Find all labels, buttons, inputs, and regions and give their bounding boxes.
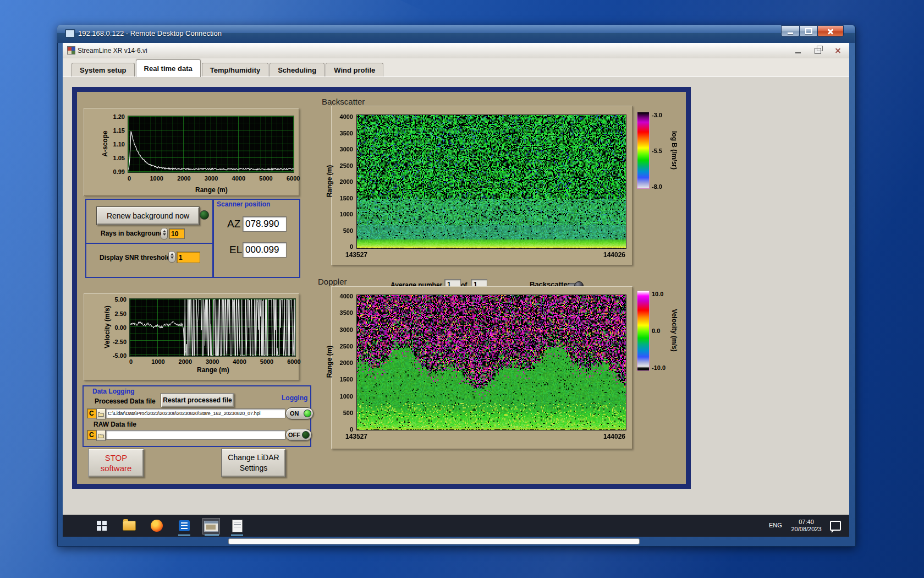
doppler-colorbar-tick: 10.0 xyxy=(652,291,663,297)
processed-data-file-label: Processed Data file xyxy=(95,397,156,405)
remote-app-button[interactable] xyxy=(202,518,220,535)
change-lidar-settings-button[interactable]: Change LiDAR Settings xyxy=(221,449,286,477)
processed-folder-browse-button[interactable] xyxy=(96,408,106,419)
close-button[interactable] xyxy=(817,25,844,37)
ascope-y-tick: 1.10 xyxy=(113,141,125,148)
ascope-x-tick: 2000 xyxy=(177,175,190,182)
backscatter-colorbar-tick: -5.5 xyxy=(652,148,662,154)
ascope-y-tick: 0.99 xyxy=(113,168,125,175)
start-icon xyxy=(97,521,107,531)
logging-label: Logging xyxy=(282,394,307,402)
ascope-x-tick: 0 xyxy=(128,175,131,182)
folder-icon xyxy=(98,412,104,417)
app-close-button[interactable] xyxy=(829,46,846,56)
rays-value-field[interactable]: 10 xyxy=(169,228,185,239)
file-explorer-button[interactable] xyxy=(122,518,136,533)
stop-software-button[interactable]: STOP software xyxy=(88,449,144,477)
snr-spinner[interactable] xyxy=(168,251,175,263)
ascope-x-tick: 5000 xyxy=(259,175,272,182)
velocity-x-tick: 0 xyxy=(129,358,133,365)
restart-processed-file-button[interactable]: Restart processed file xyxy=(161,393,234,407)
velocity-y-tick: -5.00 xyxy=(113,352,127,359)
renew-background-led xyxy=(200,210,209,220)
language-indicator[interactable]: ENG xyxy=(769,522,782,528)
change-label-line2: Settings xyxy=(240,463,268,473)
tab-temp-humidity[interactable]: Temp/humidity xyxy=(202,63,268,77)
clock-time: 07:40 xyxy=(789,519,824,526)
horizontal-scrollbar-thumb[interactable] xyxy=(228,538,640,544)
processed-path-field[interactable]: C:\Lidar\Data\Proc\2023\202308\20230820\… xyxy=(106,408,285,418)
rdp-window-title: 192.168.0.122 - Remote Desktop Connectio… xyxy=(78,29,222,37)
blue-lines-app-button[interactable] xyxy=(177,518,191,533)
start-button[interactable] xyxy=(95,518,109,533)
doppler-colorbar-title: Velocity (m/s) xyxy=(670,309,678,351)
tab-wind-profile[interactable]: Wind profile xyxy=(326,63,383,77)
backscatter-time-end: 144026 xyxy=(603,251,625,259)
minimize-button[interactable] xyxy=(781,25,800,37)
raw-folder-browse-button[interactable] xyxy=(96,430,106,441)
app-restore-button[interactable] xyxy=(810,46,826,56)
app-window-title: StreamLine XR v14-6.vi xyxy=(78,47,147,54)
app-title-bar[interactable] xyxy=(63,43,849,59)
doppler-y-tick: 2000 xyxy=(340,359,353,366)
ascope-y-axis-title: A-scope xyxy=(101,130,109,156)
rays-spinner[interactable] xyxy=(161,228,168,239)
doppler-y-axis-title: Range (m) xyxy=(326,346,333,378)
backscatter-colorbar-tick: -8.0 xyxy=(652,183,662,190)
remote-app-icon xyxy=(204,521,218,532)
raw-logging-off-button[interactable]: OFF xyxy=(285,429,312,441)
app-minimize-button[interactable] xyxy=(790,46,806,56)
document-app-button[interactable] xyxy=(230,518,244,533)
folder-icon xyxy=(98,433,104,438)
backscatter-y-tick: 3500 xyxy=(340,130,353,137)
velocity-x-tick: 3000 xyxy=(206,358,219,365)
velocity-x-tick: 1000 xyxy=(151,358,164,365)
el-label: EL xyxy=(229,244,242,256)
ascope-x-tick: 6000 xyxy=(287,175,300,182)
az-value-field[interactable]: 078.990 xyxy=(243,216,287,232)
open-app-indicator xyxy=(205,535,219,536)
taskbar-clock[interactable]: 07:40 20/08/2023 xyxy=(789,519,824,533)
scanner-position-title: Scanner position xyxy=(217,200,270,208)
doppler-time-end: 144026 xyxy=(603,433,625,440)
backscatter-colorbar-tick: -3.0 xyxy=(652,112,662,118)
tab-system-setup[interactable]: System setup xyxy=(72,63,135,77)
firefox-button[interactable] xyxy=(150,518,164,533)
velocity-x-axis-title: Range (m) xyxy=(197,366,229,374)
velocity-x-tick: 2000 xyxy=(179,358,192,365)
backscatter-y-axis-title: Range (m) xyxy=(326,165,333,198)
ascope-x-tick: 1000 xyxy=(150,175,163,182)
document-icon xyxy=(232,520,243,532)
tab-real-time-data[interactable]: Real time data xyxy=(136,59,201,77)
stop-label-line2: software xyxy=(101,463,132,473)
raw-path-field[interactable] xyxy=(106,430,285,440)
doppler-y-tick: 3500 xyxy=(340,309,353,316)
scanner-position-box xyxy=(212,199,300,278)
folder-icon xyxy=(123,521,136,531)
tab-scheduling[interactable]: Scheduling xyxy=(270,63,324,77)
snr-value-field[interactable]: 1 xyxy=(177,252,200,263)
on-label: ON xyxy=(290,410,299,417)
open-app-indicator xyxy=(231,535,243,536)
doppler-colorbar-tick: -10.0 xyxy=(652,364,666,371)
blue-lines-app-icon xyxy=(179,520,190,531)
raw-data-file-label: RAW Data file xyxy=(94,421,136,428)
processed-logging-on-button[interactable]: ON xyxy=(285,407,314,419)
doppler-y-tick: 3000 xyxy=(340,326,353,333)
ascope-x-axis-title: Range (m) xyxy=(195,186,228,194)
doppler-time-start: 143527 xyxy=(345,433,367,440)
doppler-title: Doppler xyxy=(318,277,347,286)
el-value-field[interactable]: 000.099 xyxy=(243,242,287,258)
clock-date: 20/08/2023 xyxy=(789,526,824,533)
rays-in-background-label: Rays in background xyxy=(101,230,164,237)
maximize-button[interactable] xyxy=(799,25,818,37)
velocity-y-tick: -2.50 xyxy=(113,339,127,345)
desktop: 192.168.0.122 - Remote Desktop Connectio… xyxy=(0,0,924,578)
ascope-y-tick: 1.05 xyxy=(113,155,125,161)
velocity-y-axis-title: Velocity (m/s) xyxy=(103,306,111,348)
ascope-y-tick: 1.20 xyxy=(113,113,125,120)
ascope-x-tick: 4000 xyxy=(232,175,245,182)
renew-background-button[interactable]: Renew background now xyxy=(96,206,200,225)
az-label: AZ xyxy=(227,218,240,230)
notifications-button[interactable] xyxy=(828,518,843,533)
